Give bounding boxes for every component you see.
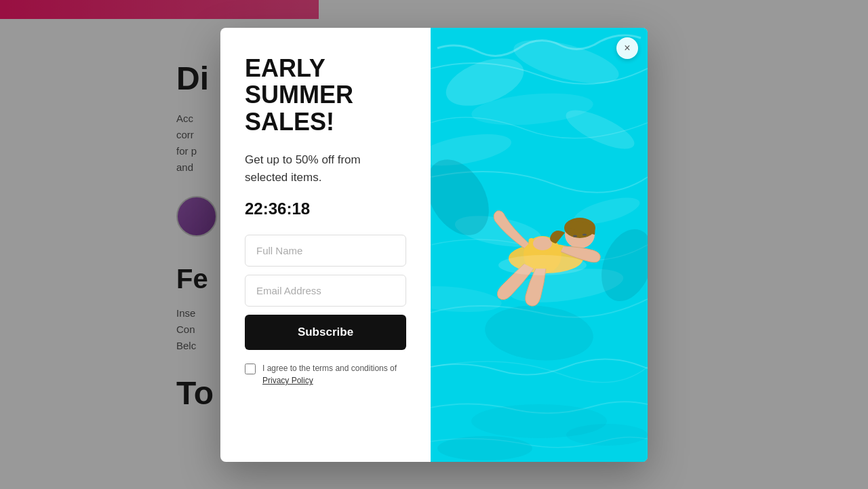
email-input[interactable] xyxy=(245,275,406,307)
privacy-policy-link[interactable]: Privacy Policy xyxy=(262,376,313,385)
terms-checkbox[interactable] xyxy=(245,364,256,374)
terms-row: I agree to the terms and conditions of P… xyxy=(245,362,406,387)
full-name-input[interactable] xyxy=(245,235,406,267)
modal-subtitle: Get up to 50% off from selected items. xyxy=(245,151,406,186)
terms-text: I agree to the terms and conditions of P… xyxy=(262,362,406,387)
terms-prefix: I agree to the terms and conditions of xyxy=(262,364,397,373)
svg-point-17 xyxy=(533,237,552,250)
pool-illustration xyxy=(431,28,648,462)
svg-point-25 xyxy=(566,424,648,446)
subscribe-button[interactable]: Subscribe xyxy=(245,315,406,350)
close-button[interactable]: × xyxy=(616,37,638,59)
close-icon: × xyxy=(624,42,630,54)
svg-point-21 xyxy=(583,233,587,235)
modal-left-panel: EARLYSUMMERSALES! Get up to 50% off from… xyxy=(220,28,431,462)
svg-point-20 xyxy=(573,235,577,237)
modal-timer: 22:36:18 xyxy=(245,199,406,218)
popup-modal: EARLYSUMMERSALES! Get up to 50% off from… xyxy=(220,28,648,462)
svg-point-24 xyxy=(437,436,532,461)
modal-title: EARLYSUMMERSALES! xyxy=(245,55,406,136)
modal-image-panel xyxy=(431,28,648,462)
modal-overlay[interactable]: EARLYSUMMERSALES! Get up to 50% off from… xyxy=(0,0,868,489)
svg-point-22 xyxy=(498,255,587,275)
